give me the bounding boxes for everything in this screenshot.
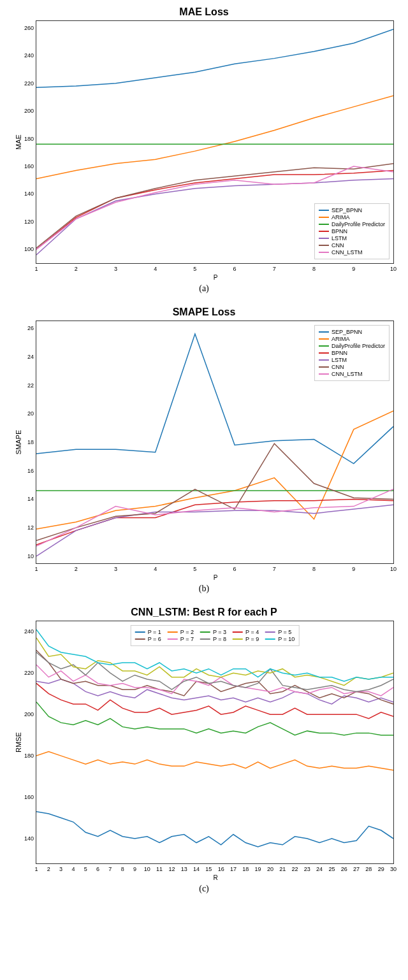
legend-item: SEP_BPNN: [319, 329, 385, 335]
x-tick: 7: [273, 563, 276, 572]
x-tick: 1: [34, 863, 38, 872]
legend-item: P = 1: [135, 629, 161, 635]
x-tick: 7: [108, 863, 112, 872]
x-tick: 24: [316, 863, 323, 872]
x-tick: 6: [233, 263, 237, 272]
y-tick: 140: [24, 191, 36, 197]
y-tick: 18: [27, 439, 36, 445]
subcaption: (b): [6, 584, 402, 594]
legend-label: P = 10: [278, 636, 295, 642]
series-line: [36, 683, 393, 718]
legend-swatch: [319, 217, 329, 218]
x-tick: 12: [168, 863, 175, 872]
legend-item: ARIMA: [319, 336, 385, 342]
x-tick: 2: [47, 863, 50, 872]
x-tick: 2: [75, 563, 78, 572]
legend-swatch: [135, 631, 145, 633]
legend-label: P = 3: [213, 629, 226, 635]
x-tick: 16: [218, 863, 224, 872]
x-axis-label: R: [36, 874, 395, 881]
y-tick: 120: [24, 219, 36, 225]
legend-swatch: [319, 338, 329, 340]
legend-item: P = 4: [233, 629, 259, 635]
x-tick: 3: [59, 863, 62, 872]
y-axis-label: MAE: [15, 134, 22, 150]
x-tick: 8: [121, 863, 124, 872]
y-tick: 12: [27, 524, 36, 531]
y-tick: 240: [24, 52, 36, 59]
y-tick: 180: [24, 136, 36, 142]
y-tick: 14: [27, 496, 36, 502]
legend-label: P = 4: [245, 629, 259, 635]
x-tick: 9: [352, 563, 355, 572]
legend-swatch: [233, 631, 243, 633]
x-tick: 28: [365, 863, 372, 872]
legend-item: P = 9: [233, 636, 259, 642]
x-tick: 5: [193, 563, 196, 572]
legend-label: ARIMA: [332, 336, 350, 342]
x-tick: 27: [353, 863, 360, 872]
x-tick: 19: [255, 863, 261, 872]
chart-mae: MAE LossMAE10012014016018020022024026012…: [6, 6, 402, 294]
legend-label: DailyProfile Predictor: [332, 221, 385, 227]
series-line: [36, 702, 393, 735]
x-tick: 5: [84, 863, 87, 872]
legend-item: P = 6: [135, 636, 161, 642]
x-tick: 23: [304, 863, 310, 872]
legend-item: SEP_BPNN: [319, 207, 385, 213]
y-axis-label: RMSE: [15, 732, 22, 753]
x-tick: 18: [242, 863, 249, 872]
legend: SEP_BPNNARIMADailyProfile PredictorBPNNL…: [314, 203, 390, 259]
y-tick: 16: [27, 468, 36, 474]
series-line: [36, 96, 393, 178]
y-tick: 22: [27, 382, 36, 389]
x-tick: 5: [193, 263, 196, 272]
chart-rmse: CNN_LSTM: Best R for each PRMSE140160180…: [6, 607, 402, 894]
legend-swatch: [319, 352, 329, 354]
y-axis-label: SMAPE: [15, 430, 22, 455]
x-tick: 4: [154, 263, 157, 272]
x-tick: 14: [193, 863, 200, 872]
x-tick: 20: [267, 863, 273, 872]
series-line: [36, 752, 393, 770]
x-axis-label: P: [36, 574, 395, 581]
legend-item: CNN_LSTM: [319, 371, 385, 377]
x-tick: 6: [96, 863, 99, 872]
legend-item: ARIMA: [319, 214, 385, 220]
legend-label: P = 8: [213, 636, 226, 642]
legend-label: P = 2: [180, 629, 194, 635]
y-tick: 10: [27, 553, 36, 559]
x-tick: 9: [352, 263, 355, 272]
legend-label: CNN_LSTM: [332, 249, 363, 256]
legend-swatch: [319, 252, 329, 253]
subcaption: (c): [6, 884, 402, 894]
x-tick: 8: [312, 563, 316, 572]
legend-label: LSTM: [332, 357, 347, 363]
legend-item: P = 10: [265, 636, 295, 642]
series-line: [36, 505, 393, 556]
chart-title: CNN_LSTM: Best R for each P: [6, 607, 402, 618]
legend-label: SEP_BPNN: [332, 329, 362, 335]
legend-label: SEP_BPNN: [332, 207, 362, 213]
y-tick: 220: [24, 80, 36, 87]
legend-swatch: [319, 245, 329, 246]
legend-item: P = 5: [265, 629, 295, 635]
legend-item: BPNN: [319, 350, 385, 356]
x-tick: 7: [273, 263, 276, 272]
legend-item: LSTM: [319, 235, 385, 241]
legend-label: P = 7: [180, 636, 194, 642]
y-tick: 180: [24, 753, 36, 759]
legend-swatch: [168, 638, 178, 640]
legend-swatch: [233, 638, 243, 640]
legend-label: DailyProfile Predictor: [332, 343, 385, 349]
legend-label: P = 5: [278, 629, 291, 635]
x-tick: 22: [292, 863, 298, 872]
legend-swatch: [319, 224, 329, 225]
legend-swatch: [200, 638, 210, 640]
y-tick: 160: [24, 794, 36, 800]
legend-swatch: [265, 638, 275, 640]
legend-swatch: [319, 238, 329, 239]
x-tick: 29: [378, 863, 384, 872]
x-tick: 26: [341, 863, 347, 872]
legend: P = 1P = 6P = 2P = 7P = 3P = 8P = 4P = 9…: [131, 625, 300, 646]
